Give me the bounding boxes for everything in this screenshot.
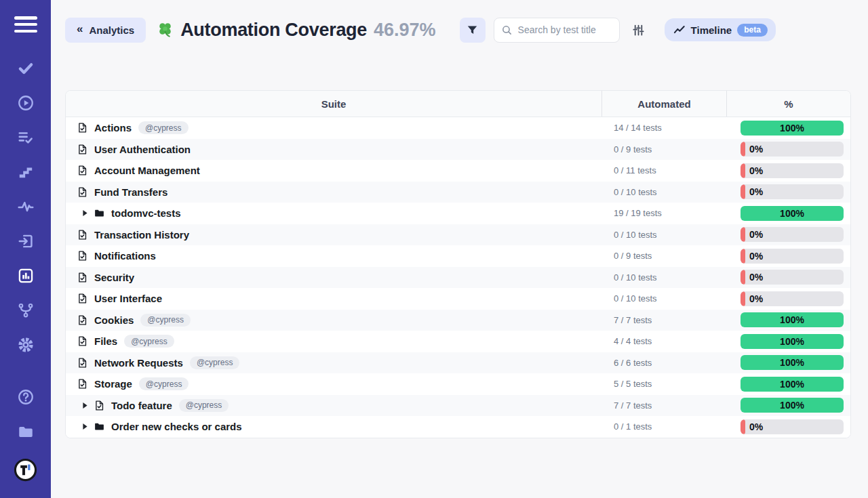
folder-icon: [94, 207, 105, 219]
tag-badge: @cypress: [139, 377, 189, 390]
expand-caret-icon[interactable]: [82, 423, 88, 430]
progress-label: 0%: [749, 421, 763, 432]
table-row[interactable]: Network Requests @cypress 6 / 6 tests 10…: [66, 352, 850, 374]
progress-label: 100%: [780, 357, 804, 368]
file-check-icon: [77, 250, 88, 262]
file-check-icon: [94, 400, 105, 411]
file-check-icon: [77, 122, 88, 133]
progress-sliver: [741, 227, 745, 242]
analytics-back-button[interactable]: « Analytics: [65, 18, 146, 43]
automated-count: 0 / 10 tests: [601, 187, 727, 197]
tag-badge: @cypress: [190, 356, 240, 369]
file-check-icon: [77, 378, 88, 390]
progress-sliver: [741, 249, 745, 264]
progress-bar: 0%: [741, 184, 844, 199]
page-header: « Analytics Automation Coverage 46.97%: [65, 17, 851, 43]
tag-badge: @cypress: [138, 121, 189, 134]
file-check-icon: [77, 335, 88, 347]
suite-cell: todomvc-tests: [66, 203, 601, 224]
expand-caret-icon[interactable]: [82, 209, 88, 217]
suite-cell: Notifications: [66, 245, 601, 267]
hamburger-icon[interactable]: [14, 16, 37, 33]
column-header-suite: Suite: [66, 91, 601, 117]
progress-bar: 100%: [741, 398, 844, 413]
steps-icon[interactable]: [16, 163, 35, 181]
table-row[interactable]: Fund Transfers 0 / 10 tests 0%: [66, 182, 850, 203]
table-row[interactable]: Todo feature @cypress 7 / 7 tests 100%: [66, 395, 850, 417]
suite-cell: Transaction History: [66, 224, 601, 246]
tag-badge: @cypress: [124, 335, 174, 348]
progress-bar: 0%: [741, 249, 844, 264]
suite-name: User Authentication: [94, 144, 191, 155]
coverage-percent: 46.97%: [374, 20, 436, 41]
progress-bar: 100%: [741, 377, 844, 392]
suite-name: Todo feature: [111, 400, 172, 411]
progress-sliver: [741, 419, 745, 434]
play-circle-icon[interactable]: [16, 94, 35, 112]
percent-cell: 0%: [727, 163, 850, 178]
progress-bar: 0%: [741, 163, 844, 178]
progress-label: 100%: [780, 379, 804, 390]
timeline-label: Timeline: [691, 24, 732, 36]
progress-label: 100%: [780, 336, 804, 347]
tag-badge: @cypress: [140, 314, 191, 327]
table-row[interactable]: Actions @cypress 14 / 14 tests 100%: [66, 117, 850, 139]
suite-cell: Account Management: [66, 160, 601, 182]
table-row[interactable]: Notifications 0 / 9 tests 0%: [66, 245, 850, 267]
percent-cell: 0%: [727, 227, 850, 242]
pulse-icon[interactable]: [16, 198, 35, 215]
progress-bar: 0%: [741, 270, 844, 285]
percent-cell: 100%: [727, 334, 850, 349]
suite-name: User Interface: [94, 293, 162, 304]
list-check-icon[interactable]: [16, 129, 35, 146]
table-row[interactable]: Account Management 0 / 11 tests 0%: [66, 160, 850, 182]
percent-cell: 0%: [727, 142, 850, 157]
sign-in-icon[interactable]: [16, 232, 35, 250]
testomat-logo[interactable]: [14, 458, 37, 482]
table-row[interactable]: Cookies @cypress 7 / 7 tests 100%: [66, 310, 850, 331]
table-row[interactable]: Files @cypress 4 / 4 tests 100%: [66, 331, 850, 352]
percent-cell: 0%: [727, 249, 850, 264]
funnel-icon: [466, 24, 479, 37]
expand-caret-icon[interactable]: [82, 402, 88, 409]
automated-count: 0 / 9 tests: [601, 251, 727, 261]
suite-name: Network Requests: [94, 357, 183, 369]
table-row[interactable]: Storage @cypress 5 / 5 tests 100%: [66, 373, 850, 395]
double-chevron-left-icon: «: [77, 22, 83, 36]
percent-cell: 100%: [727, 398, 850, 413]
progress-sliver: [741, 291, 745, 306]
gear-icon[interactable]: [16, 336, 35, 354]
help-icon[interactable]: [16, 388, 35, 406]
progress-sliver: [741, 270, 745, 285]
timeline-button[interactable]: Timeline beta: [665, 18, 776, 41]
adjustments-icon[interactable]: [631, 22, 647, 38]
percent-cell: 0%: [727, 419, 850, 434]
progress-bar: 0%: [741, 142, 844, 157]
progress-bar: 0%: [741, 227, 844, 242]
search-input[interactable]: [518, 24, 612, 35]
progress-bar: 0%: [741, 419, 844, 434]
bar-chart-icon[interactable]: [16, 267, 35, 285]
branch-icon[interactable]: [16, 302, 35, 319]
table-row[interactable]: Transaction History 0 / 10 tests 0%: [66, 224, 850, 246]
progress-label: 0%: [749, 272, 763, 283]
table-row[interactable]: Security 0 / 10 tests 0%: [66, 267, 850, 289]
progress-label: 0%: [749, 165, 763, 176]
folder-icon[interactable]: [16, 423, 35, 440]
automated-count: 0 / 10 tests: [601, 293, 727, 304]
filter-button[interactable]: [460, 18, 486, 43]
suite-cell: Files @cypress: [66, 331, 601, 352]
percent-cell: 100%: [727, 206, 850, 221]
automated-count: 0 / 10 tests: [601, 272, 727, 283]
table-row[interactable]: User Authentication 0 / 9 tests 0%: [66, 139, 850, 161]
check-icon[interactable]: [16, 60, 35, 77]
table-row[interactable]: Order new checks or cards 0 / 1 tests 0%: [66, 416, 850, 438]
suite-name: Transaction History: [94, 229, 189, 241]
progress-sliver: [741, 184, 745, 199]
suite-cell: Actions @cypress: [66, 117, 601, 139]
page-title: Automation Coverage: [180, 20, 367, 41]
analytics-back-label: Analytics: [89, 24, 134, 36]
suite-name: Files: [94, 335, 117, 347]
table-row[interactable]: todomvc-tests 19 / 19 tests 100%: [66, 203, 850, 224]
table-row[interactable]: User Interface 0 / 10 tests 0%: [66, 288, 850, 310]
